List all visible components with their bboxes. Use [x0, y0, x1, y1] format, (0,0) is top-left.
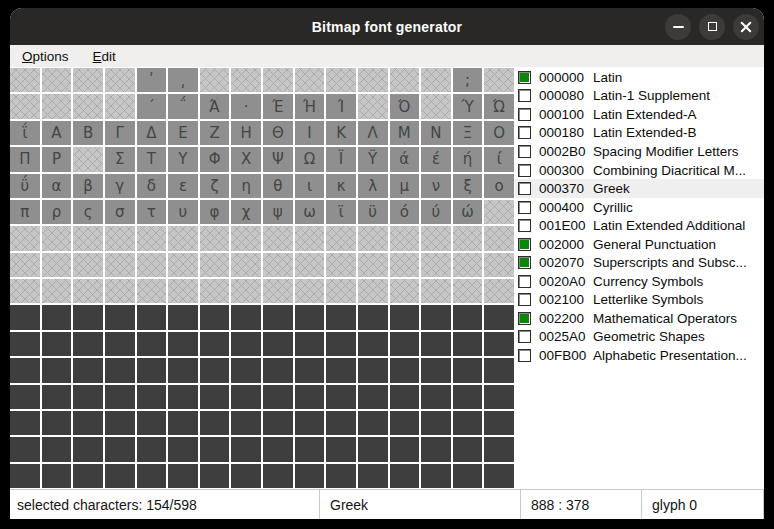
charmap-cell-empty[interactable]	[10, 332, 40, 356]
charmap-cell-empty[interactable]	[326, 358, 356, 382]
charmap-cell-empty[interactable]	[10, 437, 40, 461]
charmap-cell-missing[interactable]	[484, 253, 514, 277]
block-list-row[interactable]: 000400Cyrillic	[515, 198, 764, 217]
charmap-cell-empty[interactable]	[295, 385, 325, 409]
charmap-cell-glyph[interactable]: ν	[421, 174, 451, 198]
charmap-cell-glyph[interactable]: ʹ	[137, 68, 167, 92]
charmap-cell-empty[interactable]	[263, 411, 293, 435]
block-checkbox-checked[interactable]	[518, 71, 531, 84]
charmap-cell-empty[interactable]	[137, 385, 167, 409]
charmap-cell-glyph[interactable]: ί	[484, 147, 514, 171]
charmap-cell-glyph[interactable]: υ	[168, 200, 198, 224]
charmap-cell-empty[interactable]	[200, 437, 230, 461]
charmap-cell-missing[interactable]	[484, 68, 514, 92]
charmap-cell-glyph[interactable]: Φ	[200, 147, 230, 171]
charmap-cell-glyph[interactable]: Χ	[231, 147, 261, 171]
charmap-cell-missing[interactable]	[73, 68, 103, 92]
block-checkbox-unchecked[interactable]	[518, 145, 531, 158]
charmap-cell-glyph[interactable]: ϊ	[326, 200, 356, 224]
charmap-cell-empty[interactable]	[390, 385, 420, 409]
charmap-cell-missing[interactable]	[358, 279, 388, 303]
block-checkbox-unchecked[interactable]	[518, 89, 531, 102]
charmap-cell-empty[interactable]	[73, 437, 103, 461]
block-list-row[interactable]: 000180Latin Extended-B	[515, 124, 764, 143]
charmap-cell-missing[interactable]	[105, 68, 135, 92]
charmap-cell-empty[interactable]	[168, 305, 198, 329]
charmap-cell-missing[interactable]	[421, 226, 451, 250]
charmap-cell-missing[interactable]	[390, 279, 420, 303]
charmap-cell-empty[interactable]	[484, 385, 514, 409]
charmap-cell-glyph[interactable]: Α	[42, 121, 72, 145]
close-button[interactable]	[733, 14, 759, 40]
charmap-cell-glyph[interactable]: ς	[73, 200, 103, 224]
block-checkbox-unchecked[interactable]	[518, 219, 531, 232]
charmap-cell-missing[interactable]	[73, 226, 103, 250]
charmap-cell-empty[interactable]	[10, 411, 40, 435]
charmap-cell-glyph[interactable]: Ν	[421, 121, 451, 145]
charmap-cell-glyph[interactable]: τ	[137, 200, 167, 224]
charmap-cell-missing[interactable]	[358, 253, 388, 277]
charmap-cell-missing[interactable]	[421, 94, 451, 118]
charmap-cell-glyph[interactable]: Ψ	[263, 147, 293, 171]
charmap-cell-empty[interactable]	[295, 305, 325, 329]
charmap-cell-empty[interactable]	[137, 437, 167, 461]
charmap-cell-glyph[interactable]: Ϋ	[358, 147, 388, 171]
charmap-cell-missing[interactable]	[453, 253, 483, 277]
block-checkbox-unchecked[interactable]	[518, 164, 531, 177]
block-list-row[interactable]: 000080Latin-1 Supplement	[515, 87, 764, 106]
charmap-cell-empty[interactable]	[231, 305, 261, 329]
charmap-cell-empty[interactable]	[42, 464, 72, 488]
charmap-cell-missing[interactable]	[42, 94, 72, 118]
charmap-cell-empty[interactable]	[10, 385, 40, 409]
block-checkbox-unchecked[interactable]	[518, 293, 531, 306]
block-checkbox-checked[interactable]	[518, 256, 531, 269]
charmap-cell-empty[interactable]	[453, 385, 483, 409]
charmap-cell-glyph[interactable]: π	[10, 200, 40, 224]
charmap-cell-glyph[interactable]: Ή	[295, 94, 325, 118]
charmap-cell-empty[interactable]	[358, 332, 388, 356]
charmap-cell-missing[interactable]	[453, 226, 483, 250]
charmap-cell-missing[interactable]	[231, 68, 261, 92]
charmap-cell-missing[interactable]	[484, 279, 514, 303]
block-checkbox-unchecked[interactable]	[518, 275, 531, 288]
charmap-cell-glyph[interactable]: Λ	[358, 121, 388, 145]
charmap-cell-glyph[interactable]: σ	[105, 200, 135, 224]
charmap-cell-glyph[interactable]: ·	[231, 94, 261, 118]
charmap-cell-missing[interactable]	[10, 226, 40, 250]
charmap-cell-glyph[interactable]: ;	[453, 68, 483, 92]
charmap-cell-missing[interactable]	[295, 68, 325, 92]
charmap-cell-missing[interactable]	[484, 200, 514, 224]
charmap-cell-glyph[interactable]: Ό	[390, 94, 420, 118]
charmap-cell-glyph[interactable]: ω	[295, 200, 325, 224]
charmap-cell-empty[interactable]	[390, 437, 420, 461]
charmap-cell-glyph[interactable]: Ί	[326, 94, 356, 118]
charmap-cell-empty[interactable]	[168, 464, 198, 488]
charmap-cell-glyph[interactable]: α	[42, 174, 72, 198]
charmap-cell-missing[interactable]	[168, 253, 198, 277]
block-list-row[interactable]: 001E00Latin Extended Additional	[515, 216, 764, 235]
charmap-cell-empty[interactable]	[137, 464, 167, 488]
block-checkbox-checked[interactable]	[518, 238, 531, 251]
charmap-cell-empty[interactable]	[390, 332, 420, 356]
charmap-cell-empty[interactable]	[358, 385, 388, 409]
charmap-cell-glyph[interactable]: θ	[263, 174, 293, 198]
charmap-cell-empty[interactable]	[358, 358, 388, 382]
charmap-cell-empty[interactable]	[358, 437, 388, 461]
charmap-cell-empty[interactable]	[137, 411, 167, 435]
charmap-cell-empty[interactable]	[358, 464, 388, 488]
charmap-cell-empty[interactable]	[200, 332, 230, 356]
charmap-cell-glyph[interactable]: Ρ	[42, 147, 72, 171]
charmap-cell-empty[interactable]	[231, 464, 261, 488]
charmap-cell-glyph[interactable]: Γ	[105, 121, 135, 145]
charmap-cell-glyph[interactable]: ή	[453, 147, 483, 171]
charmap-cell-empty[interactable]	[453, 332, 483, 356]
charmap-cell-glyph[interactable]: Κ	[326, 121, 356, 145]
charmap-cell-empty[interactable]	[42, 305, 72, 329]
charmap-cell-empty[interactable]	[105, 385, 135, 409]
charmap-cell-empty[interactable]	[390, 464, 420, 488]
charmap-cell-empty[interactable]	[73, 411, 103, 435]
charmap-cell-missing[interactable]	[295, 279, 325, 303]
charmap-cell-missing[interactable]	[484, 226, 514, 250]
charmap-cell-empty[interactable]	[453, 437, 483, 461]
block-list-row[interactable]: 0020A0Currency Symbols	[515, 272, 764, 291]
